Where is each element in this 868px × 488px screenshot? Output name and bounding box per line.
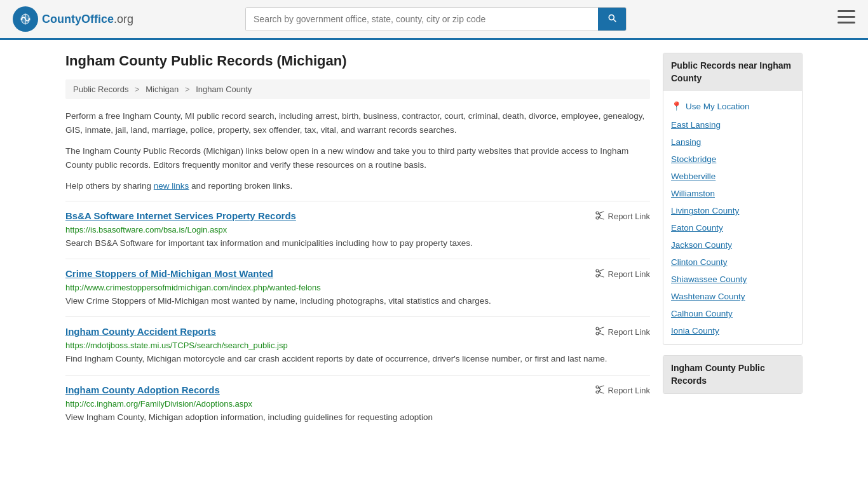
record-url-1: http://www.crimestoppersofmidmichigan.co… xyxy=(65,283,650,292)
logo-county: CountyOffice xyxy=(42,13,114,25)
scissors-icon-1 xyxy=(595,268,605,280)
logo-icon xyxy=(13,6,38,32)
description-2: The Ingham County Public Records (Michig… xyxy=(65,144,650,172)
svg-rect-7 xyxy=(837,16,855,18)
record-url-0: https://is.bsasoftware.com/bsa.is/Login.… xyxy=(65,225,650,234)
scissors-icon-2 xyxy=(595,326,605,338)
breadcrumb-ingham-county[interactable]: Ingham County xyxy=(196,85,252,94)
record-title-1: Crime Stoppers of Mid-Michigan Most Want… xyxy=(65,268,273,279)
sidebar-nearby-link-8[interactable]: Clinton County xyxy=(663,254,802,271)
use-my-location-label: Use My Location xyxy=(686,102,750,111)
svg-line-12 xyxy=(598,217,603,219)
page-title: Ingham County Public Records (Michigan) xyxy=(65,53,650,69)
svg-line-25 xyxy=(598,329,600,331)
bottom-box: Ingham County Public Records xyxy=(663,355,803,394)
record-desc-0: Search BS&A Software for important tax i… xyxy=(65,237,650,250)
nearby-box: Public Records near Ingham County 📍 Use … xyxy=(663,53,803,345)
records-list: Bs&A Software Internet Services Property… xyxy=(65,201,650,433)
location-pin-icon: 📍 xyxy=(671,101,682,111)
record-desc-3: View Ingham County, Michigan adoption in… xyxy=(65,411,650,424)
logo-text: CountyOffice.org xyxy=(42,13,133,26)
menu-icon[interactable] xyxy=(837,10,855,28)
record-header-3: Ingham County Adoption Records Rep xyxy=(65,384,650,396)
report-link-2[interactable]: Report Link xyxy=(595,326,650,338)
breadcrumb-michigan[interactable]: Michigan xyxy=(146,85,179,94)
sidebar-nearby-link-6[interactable]: Eaton County xyxy=(663,219,802,236)
report-link-label-0: Report Link xyxy=(608,212,650,221)
sidebar-nearby-link-5[interactable]: Livingston County xyxy=(663,202,802,219)
record-link-1[interactable]: Crime Stoppers of Mid-Michigan Most Want… xyxy=(65,268,273,279)
logo[interactable]: CountyOffice.org xyxy=(13,6,133,32)
record-entry-1: Crime Stoppers of Mid-Michigan Most Want… xyxy=(65,259,650,316)
sidebar-nearby-link-1[interactable]: Lansing xyxy=(663,133,802,151)
svg-line-24 xyxy=(598,333,603,335)
main-container: Ingham County Public Records (Michigan) … xyxy=(53,40,815,445)
new-links-link[interactable]: new links xyxy=(154,181,189,191)
scissors-icon-0 xyxy=(595,210,605,222)
sidebar-nearby-link-12[interactable]: Ionia County xyxy=(663,322,802,339)
search-button[interactable] xyxy=(598,8,626,30)
scissors-icon-3 xyxy=(595,384,605,396)
svg-line-17 xyxy=(598,269,603,271)
record-header-2: Ingham County Accident Reports Rep xyxy=(65,326,650,338)
record-title-3: Ingham County Adoption Records xyxy=(65,384,220,395)
record-desc-1: View Crime Stoppers of Mid-Michigan most… xyxy=(65,295,650,308)
record-header-0: Bs&A Software Internet Services Property… xyxy=(65,210,650,222)
use-my-location-btn[interactable]: 📍 Use My Location xyxy=(663,96,802,116)
record-url-3: http://cc.ingham.org/FamilyDivision/Adop… xyxy=(65,399,650,409)
record-desc-2: Find Ingham County, Michigan motorcycle … xyxy=(65,353,650,365)
content-area: Ingham County Public Records (Michigan) … xyxy=(65,53,650,433)
report-link-0[interactable]: Report Link xyxy=(595,210,650,222)
description-3: Help others by sharing new links and rep… xyxy=(65,179,650,193)
record-link-0[interactable]: Bs&A Software Internet Services Property… xyxy=(65,210,296,221)
nearby-content: 📍 Use My Location East LansingLansingSto… xyxy=(663,91,802,344)
breadcrumb: Public Records > Michigan > Ingham Count… xyxy=(65,79,650,99)
svg-rect-6 xyxy=(837,10,855,12)
desc3-prefix: Help others by sharing xyxy=(65,181,154,191)
breadcrumb-public-records[interactable]: Public Records xyxy=(73,85,128,94)
svg-line-14 xyxy=(598,215,600,217)
sidebar-nearby-link-7[interactable]: Jackson County xyxy=(663,236,802,254)
sidebar-nearby-link-3[interactable]: Webberville xyxy=(663,168,802,185)
sidebar-nearby-link-2[interactable]: Stockbridge xyxy=(663,151,802,168)
record-link-3[interactable]: Ingham County Adoption Records xyxy=(65,384,220,395)
svg-line-20 xyxy=(598,273,600,275)
record-entry-3: Ingham County Adoption Records Rep xyxy=(65,375,650,433)
record-title-2: Ingham County Accident Reports xyxy=(65,326,216,337)
svg-line-30 xyxy=(598,391,603,393)
svg-line-31 xyxy=(598,388,600,390)
bottom-header: Ingham County Public Records xyxy=(663,356,802,393)
record-url-2: https://mdotjboss.state.mi.us/TCPS/searc… xyxy=(65,341,650,350)
record-entry-2: Ingham County Accident Reports Rep xyxy=(65,316,650,374)
svg-line-19 xyxy=(598,271,600,273)
svg-line-32 xyxy=(598,390,600,391)
report-link-label-2: Report Link xyxy=(608,327,650,337)
svg-line-18 xyxy=(598,275,603,277)
svg-line-29 xyxy=(598,386,603,388)
sidebar-nearby-link-11[interactable]: Calhoun County xyxy=(663,305,802,322)
sidebar-nearby-link-10[interactable]: Washtenaw County xyxy=(663,288,802,305)
svg-line-11 xyxy=(598,212,603,214)
record-header-1: Crime Stoppers of Mid-Michigan Most Want… xyxy=(65,268,650,280)
svg-line-13 xyxy=(598,214,600,215)
sidebar-nearby-links: East LansingLansingStockbridgeWebbervill… xyxy=(663,116,802,339)
nearby-header: Public Records near Ingham County xyxy=(663,53,802,91)
report-link-label-1: Report Link xyxy=(608,269,650,279)
record-entry-0: Bs&A Software Internet Services Property… xyxy=(65,201,650,259)
svg-line-26 xyxy=(598,331,600,333)
report-link-3[interactable]: Report Link xyxy=(595,384,650,396)
report-link-1[interactable]: Report Link xyxy=(595,268,650,280)
record-title-0: Bs&A Software Internet Services Property… xyxy=(65,210,296,221)
breadcrumb-sep-2: > xyxy=(185,85,190,94)
search-input[interactable] xyxy=(246,8,598,30)
logo-org: .org xyxy=(114,13,133,25)
record-link-2[interactable]: Ingham County Accident Reports xyxy=(65,326,216,337)
desc3-suffix: and reporting broken links. xyxy=(189,181,292,191)
sidebar-nearby-link-4[interactable]: Williamston xyxy=(663,185,802,202)
sidebar-nearby-link-9[interactable]: Shiawassee County xyxy=(663,271,802,288)
breadcrumb-sep-1: > xyxy=(135,85,140,94)
svg-line-23 xyxy=(598,327,603,329)
sidebar-nearby-link-0[interactable]: East Lansing xyxy=(663,116,802,133)
header: CountyOffice.org xyxy=(0,0,868,40)
description-1: Perform a free Ingham County, MI public … xyxy=(65,109,650,137)
